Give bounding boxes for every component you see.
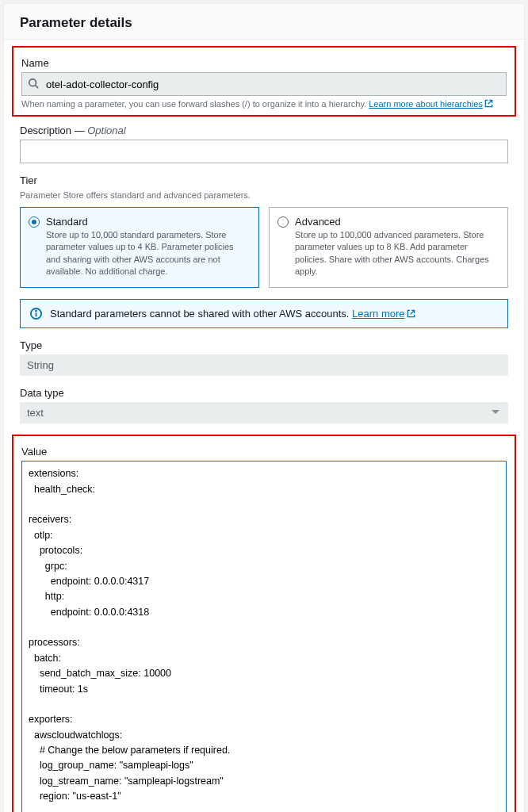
- name-label: Name: [21, 57, 507, 69]
- learn-more-link[interactable]: Learn more: [352, 308, 415, 320]
- name-input[interactable]: [21, 72, 507, 96]
- description-label: Description — Optional: [20, 124, 508, 136]
- parameter-details-panel: Parameter details Name When naming a par…: [3, 3, 525, 812]
- svg-point-0: [29, 79, 36, 86]
- page-title: Parameter details: [20, 15, 508, 31]
- value-section: Value Maximum length 4096 characters.: [12, 435, 516, 812]
- tier-hint: Parameter Store offers standard and adva…: [20, 190, 508, 201]
- value-label: Value: [21, 446, 507, 458]
- data-type-section: Data type text: [20, 387, 508, 423]
- tier-label: Tier: [20, 174, 508, 186]
- value-textarea[interactable]: [21, 461, 507, 812]
- tier-section: Tier Parameter Store offers standard and…: [20, 174, 508, 288]
- type-label: Type: [20, 339, 508, 351]
- radio-icon: [29, 216, 40, 278]
- type-value: String: [20, 354, 508, 376]
- tier-option-advanced[interactable]: Advanced Store up to 100,000 advanced pa…: [269, 207, 508, 289]
- svg-line-1: [36, 86, 39, 89]
- panel-body: Name When naming a parameter, you can us…: [4, 40, 524, 812]
- info-icon: [30, 308, 42, 320]
- tier-desc: Store up to 100,000 advanced parameters.…: [295, 229, 498, 278]
- data-type-label: Data type: [20, 387, 508, 399]
- description-input[interactable]: [20, 140, 508, 163]
- description-section: Description — Optional: [20, 124, 508, 163]
- tier-title: Standard: [46, 216, 249, 228]
- tier-title: Advanced: [295, 216, 498, 228]
- info-banner: Standard parameters cannot be shared wit…: [20, 299, 508, 328]
- tier-desc: Store up to 10,000 standard parameters. …: [46, 229, 249, 278]
- type-section: Type String: [20, 339, 508, 376]
- search-icon: [28, 78, 39, 89]
- name-hint: When naming a parameter, you can use for…: [21, 98, 507, 110]
- info-section: Standard parameters cannot be shared wit…: [20, 299, 508, 328]
- external-link-icon: [484, 99, 493, 108]
- svg-point-4: [36, 311, 36, 312]
- radio-icon: [277, 216, 289, 278]
- panel-header: Parameter details: [4, 4, 524, 40]
- name-section: Name When naming a parameter, you can us…: [12, 46, 516, 117]
- hierarchies-link[interactable]: Learn more about hierarchies: [369, 99, 493, 109]
- chevron-down-icon: [492, 410, 499, 414]
- data-type-select[interactable]: text: [20, 402, 508, 423]
- tier-option-standard[interactable]: Standard Store up to 10,000 standard par…: [20, 207, 259, 289]
- external-link-icon: [407, 309, 415, 318]
